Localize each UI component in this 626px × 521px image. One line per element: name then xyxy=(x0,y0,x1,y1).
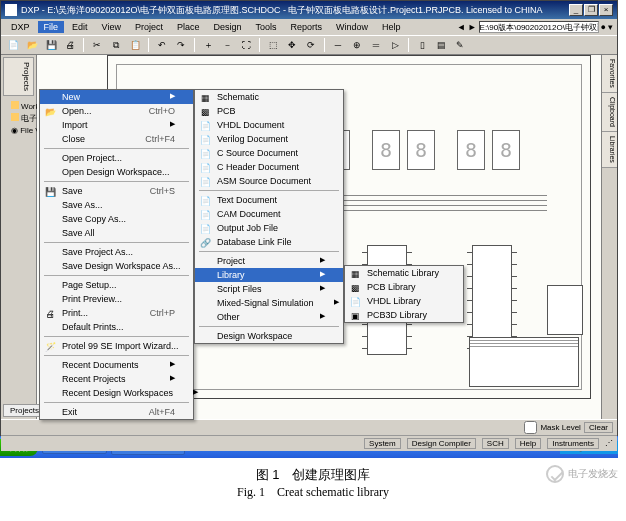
minimize-button[interactable]: _ xyxy=(569,4,583,16)
new-menu-item-verilog-document[interactable]: 📄Verilog Document xyxy=(195,132,343,146)
close-button[interactable]: × xyxy=(599,4,613,16)
project-item[interactable]: 电子钟 xyxy=(3,112,34,125)
file-menu-item-save-design-workspace-as[interactable]: Save Design Workspace As... xyxy=(40,259,193,273)
tool-select-icon[interactable]: ⬚ xyxy=(265,37,281,53)
file-menu-item-default-prints[interactable]: Default Prints... xyxy=(40,320,193,334)
path-fwd-icon[interactable]: ► xyxy=(468,22,477,32)
tool-print-icon[interactable]: 🖨 xyxy=(62,37,78,53)
file-menu-item-save-project-as[interactable]: Save Project As... xyxy=(40,245,193,259)
resize-grip-icon[interactable]: ⋰ xyxy=(605,438,613,449)
tool-copy-icon[interactable]: ⧉ xyxy=(108,37,124,53)
libraries-tab[interactable]: Libraries xyxy=(602,132,617,168)
menu-project[interactable]: Project xyxy=(129,21,169,33)
new-menu-item-c-source-document[interactable]: 📄C Source Document xyxy=(195,146,343,160)
tool-part-icon[interactable]: ▯ xyxy=(414,37,430,53)
file-menu-item-open[interactable]: 📂Open...Ctrl+O xyxy=(40,104,193,118)
tool-paste-icon[interactable]: 📋 xyxy=(127,37,143,53)
tool-note-icon[interactable]: ✎ xyxy=(452,37,468,53)
clear-button[interactable]: Clear xyxy=(584,422,613,433)
menu-edit[interactable]: Edit xyxy=(66,21,94,33)
file-menu-item-save[interactable]: 💾SaveCtrl+S xyxy=(40,184,193,198)
tool-open-icon[interactable]: 📂 xyxy=(24,37,40,53)
tool-undo-icon[interactable]: ↶ xyxy=(154,37,170,53)
panel-sch[interactable]: SCH xyxy=(482,438,509,449)
file-menu-item-import[interactable]: Import▶ xyxy=(40,118,193,132)
tool-zoomout-icon[interactable]: － xyxy=(219,37,235,53)
path-input[interactable] xyxy=(479,21,599,33)
menu-tools[interactable]: Tools xyxy=(249,21,282,33)
menu-design[interactable]: Design xyxy=(207,21,247,33)
tool-save-icon[interactable]: 💾 xyxy=(43,37,59,53)
lib-menu-item-schematic-library[interactable]: ▦Schematic Library xyxy=(345,266,463,280)
new-menu-item-database-link-file[interactable]: 🔗Database Link File xyxy=(195,235,343,249)
new-submenu: ▦Schematic▩PCB📄VHDL Document📄Verilog Doc… xyxy=(194,89,344,344)
file-menu-item-print[interactable]: 🖨Print...Ctrl+P xyxy=(40,306,193,320)
panel-compiler[interactable]: Design Compiler xyxy=(407,438,476,449)
tool-fit-icon[interactable]: ⛶ xyxy=(238,37,254,53)
new-menu-item-schematic[interactable]: ▦Schematic xyxy=(195,90,343,104)
menu-window[interactable]: Window xyxy=(330,21,374,33)
file-menu-item-save-all[interactable]: Save All xyxy=(40,226,193,240)
lib-menu-item-pcb-library[interactable]: ▩PCB Library xyxy=(345,280,463,294)
file-menu-item-open-design-workspace[interactable]: Open Design Workspace... xyxy=(40,165,193,179)
file-menu-item-recent-projects[interactable]: Recent Projects▶ xyxy=(40,372,193,386)
tool-new-icon[interactable]: 📄 xyxy=(5,37,21,53)
mask-level-control[interactable]: Mask Level Clear xyxy=(524,421,613,434)
tool-port-icon[interactable]: ▷ xyxy=(387,37,403,53)
tool-move-icon[interactable]: ✥ xyxy=(284,37,300,53)
menu-view[interactable]: View xyxy=(96,21,127,33)
new-menu-item-c-header-document[interactable]: 📄C Header Document xyxy=(195,160,343,174)
new-menu-item-asm-source-document[interactable]: 📄ASM Source Document xyxy=(195,174,343,188)
new-menu-item-text-document[interactable]: 📄Text Document xyxy=(195,193,343,207)
tool-wire-icon[interactable]: ─ xyxy=(330,37,346,53)
file-menu-item-save-copy-as[interactable]: Save Copy As... xyxy=(40,212,193,226)
new-menu-item-project[interactable]: Project▶ xyxy=(195,254,343,268)
path-back-icon[interactable]: ◄ xyxy=(457,22,466,32)
new-menu-item-mixed-signal-simulation[interactable]: Mixed-Signal Simulation▶ xyxy=(195,296,343,310)
menu-place[interactable]: Place xyxy=(171,21,206,33)
clipboard-tab[interactable]: Clipboard xyxy=(602,93,617,132)
file-menu-item-close[interactable]: CloseCtrl+F4 xyxy=(40,132,193,146)
file-menu-item-save-as[interactable]: Save As... xyxy=(40,198,193,212)
fileview-item[interactable]: ◉ File View xyxy=(3,125,34,136)
file-menu-item-print-preview[interactable]: Print Preview... xyxy=(40,292,193,306)
path-go-icon[interactable]: ● xyxy=(601,22,606,32)
new-menu-item-output-job-file[interactable]: 📄Output Job File xyxy=(195,221,343,235)
tool-bus-icon[interactable]: ═ xyxy=(368,37,384,53)
new-menu-item-other[interactable]: Other▶ xyxy=(195,310,343,324)
maximize-button[interactable]: ❐ xyxy=(584,4,598,16)
file-menu-item-recent-design-workspaces[interactable]: Recent Design Workspaces▶ xyxy=(40,386,193,400)
new-menu-item-pcb[interactable]: ▩PCB xyxy=(195,104,343,118)
new-menu-item-script-files[interactable]: Script Files▶ xyxy=(195,282,343,296)
new-menu-item-design-workspace[interactable]: Design Workspace xyxy=(195,329,343,343)
mask-checkbox[interactable] xyxy=(524,421,537,434)
projects-tab[interactable]: Projects xyxy=(3,57,34,96)
file-menu-item-exit[interactable]: ExitAlt+F4 xyxy=(40,405,193,419)
tool-sheet-icon[interactable]: ▤ xyxy=(433,37,449,53)
new-menu-item-vhdl-document[interactable]: 📄VHDL Document xyxy=(195,118,343,132)
file-menu-item-recent-documents[interactable]: Recent Documents▶ xyxy=(40,358,193,372)
panel-system[interactable]: System xyxy=(364,438,401,449)
file-menu-item-protel-99-se-import-wizard[interactable]: 🪄Protel 99 SE Import Wizard... xyxy=(40,339,193,353)
panel-help[interactable]: Help xyxy=(515,438,541,449)
file-menu-item-open-project[interactable]: Open Project... xyxy=(40,151,193,165)
tool-rotate-icon[interactable]: ⟳ xyxy=(303,37,319,53)
lib-menu-item-pcb3d-library[interactable]: ▣PCB3D Library xyxy=(345,308,463,322)
file-menu-item-page-setup[interactable]: Page Setup... xyxy=(40,278,193,292)
tool-redo-icon[interactable]: ↷ xyxy=(173,37,189,53)
panel-instruments[interactable]: Instruments xyxy=(547,438,599,449)
tool-cut-icon[interactable]: ✂ xyxy=(89,37,105,53)
favorites-tab[interactable]: Favorites xyxy=(602,55,617,93)
menu-file[interactable]: File xyxy=(38,21,65,33)
menu-help[interactable]: Help xyxy=(376,21,407,33)
new-menu-item-library[interactable]: Library▶ xyxy=(195,268,343,282)
menu-reports[interactable]: Reports xyxy=(284,21,328,33)
lib-menu-item-vhdl-library[interactable]: 📄VHDL Library xyxy=(345,294,463,308)
new-menu-item-cam-document[interactable]: 📄CAM Document xyxy=(195,207,343,221)
tool-zoomin-icon[interactable]: ＋ xyxy=(200,37,216,53)
workspace-item[interactable]: Workspace xyxy=(3,100,34,112)
path-dd-icon[interactable]: ▾ xyxy=(608,22,613,32)
file-menu-item-new[interactable]: New▶ xyxy=(40,90,193,104)
tool-net-icon[interactable]: ⊕ xyxy=(349,37,365,53)
menu-dxp[interactable]: DXP xyxy=(5,21,36,33)
